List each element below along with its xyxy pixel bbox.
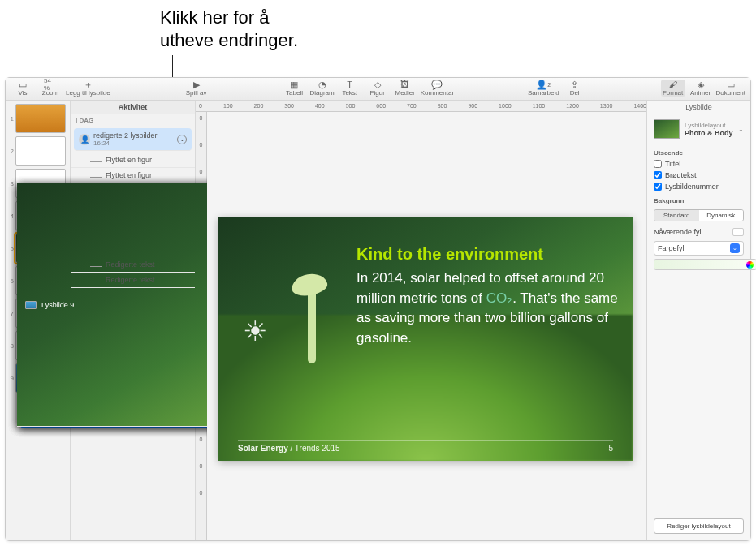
user-avatar-icon: 👤 — [79, 134, 90, 145]
shape-button[interactable]: ◇Figur — [365, 80, 390, 97]
inspector-panel: Lysbilde Lysbildelayout Photo & Body ⌄ U… — [646, 101, 750, 540]
media-button[interactable]: 🖼Medier — [393, 80, 417, 97]
slide-page-number: 5 — [608, 444, 613, 453]
chart-button[interactable]: ◔Diagram — [309, 80, 334, 97]
layout-thumb — [654, 119, 680, 139]
add-slide-button[interactable]: ＋Legg til lysbilde — [66, 80, 110, 97]
slide-footer: Solar Energy / Trends 2015 5 — [238, 440, 613, 453]
co2-highlight: CO₂ — [486, 290, 513, 306]
activity-panel: Aktivitet I DAG 👤 redigerte 2 lysbilder … — [71, 101, 196, 540]
document-button[interactable]: ▭Dokument — [716, 80, 745, 97]
share-button[interactable]: ⇪Del — [563, 80, 587, 97]
slide-title-text[interactable]: Kind to the environment — [356, 245, 608, 264]
slide-canvas[interactable]: ☀ Kind to the environment In 2014, solar… — [207, 112, 646, 540]
layout-picker[interactable]: Lysbildelayout Photo & Body ⌄ — [647, 114, 750, 144]
collaborate-button[interactable]: 👤2Samarbeid — [528, 80, 559, 97]
animate-button[interactable]: ◈Animer — [689, 80, 713, 97]
dropdown-icon: ⌄ — [730, 243, 740, 253]
current-fill-swatch[interactable] — [732, 228, 744, 236]
title-checkbox[interactable]: Tittel — [647, 158, 750, 170]
edit-layout-button[interactable]: Rediger lysbildelayout — [654, 518, 744, 534]
slide-thumb-1[interactable] — [15, 104, 66, 133]
body-checkbox[interactable]: Brødtekst — [647, 170, 750, 181]
inspector-panel-title: Lysbilde — [647, 101, 750, 114]
slide-thumb-2[interactable] — [15, 136, 66, 166]
activity-title: Aktivitet — [71, 101, 195, 114]
slide-content[interactable]: ☀ Kind to the environment In 2014, solar… — [218, 217, 633, 461]
horizontal-ruler[interactable]: 0100200300400500600700800900100011001200… — [196, 101, 646, 112]
text-button[interactable]: TTekst — [338, 80, 362, 97]
view-button[interactable]: ▭Vis — [11, 80, 35, 97]
current-fill-label: Nåværende fyll — [654, 228, 703, 236]
background-mode-segment[interactable]: Standard Dynamisk — [654, 209, 744, 221]
activity-change[interactable]: Redigerte tekst — [71, 273, 195, 288]
comment-button[interactable]: 💬Kommentar — [421, 80, 454, 97]
segment-dynamic[interactable]: Dynamisk — [699, 210, 744, 221]
activity-change[interactable]: Flyttet en figur — [71, 168, 195, 183]
fill-color-well[interactable] — [654, 259, 756, 270]
segment-standard[interactable]: Standard — [654, 210, 699, 221]
activity-change[interactable]: Redigerte tekst — [71, 257, 195, 273]
slide-body-text[interactable]: In 2014, solar helped to offset around 2… — [356, 269, 633, 349]
table-button[interactable]: ▦Tabell — [282, 80, 306, 97]
chevron-down-icon: ⌄ — [738, 126, 744, 133]
sun-icon: ☀ — [243, 315, 267, 347]
activity-today-label: I DAG — [71, 114, 195, 127]
callout-text: Klikk her for å utheve endringer. — [160, 6, 298, 51]
activity-change[interactable]: Flyttet en figur — [71, 153, 195, 168]
appearance-section: Utseende — [647, 144, 750, 158]
activity-group-1[interactable]: 👤 redigerte 2 lysbilder 16:24 ⌄ — [74, 128, 192, 151]
zoom-button[interactable]: 54 %Zoom — [38, 80, 63, 97]
slide-mini-icon — [25, 301, 37, 309]
background-section: Bakgrunn — [647, 192, 750, 206]
leaf-graphic — [290, 271, 329, 298]
chevron-down-icon[interactable]: ⌄ — [177, 135, 187, 144]
format-button[interactable]: 🖌Format — [661, 80, 685, 97]
app-window: ▭Vis 54 %Zoom ＋Legg til lysbilde ▶Spill … — [5, 77, 751, 541]
toolbar: ▭Vis 54 %Zoom ＋Legg til lysbilde ▶Spill … — [6, 78, 750, 101]
slide-number-checkbox[interactable]: Lysbildenummer — [647, 181, 750, 192]
play-button[interactable]: ▶Spill av — [184, 80, 209, 97]
fill-type-dropdown[interactable]: Fargefyll ⌄ — [654, 241, 744, 256]
